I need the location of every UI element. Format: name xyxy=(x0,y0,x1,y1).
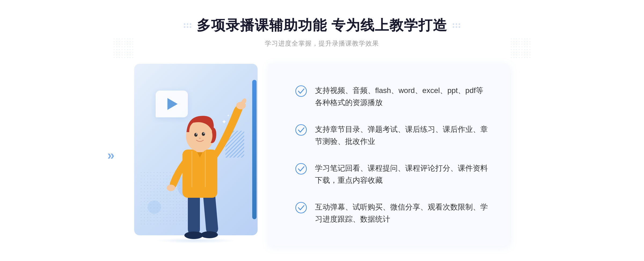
svg-point-13 xyxy=(203,133,204,134)
check-icon-4 xyxy=(295,202,307,214)
feature-item-1: 支持视频、音频、flash、word、excel、ppt、pdf等各种格式的资源… xyxy=(295,79,488,114)
feature-item-4: 互动弹幕、试听购买、微信分享、观看次数限制、学习进度跟踪、数据统计 xyxy=(295,196,488,231)
check-icon-2 xyxy=(295,124,307,136)
feature-text-4: 互动弹幕、试听购买、微信分享、观看次数限制、学习进度跟踪、数据统计 xyxy=(315,201,488,225)
svg-point-3 xyxy=(201,231,218,238)
svg-point-2 xyxy=(184,232,203,239)
svg-point-5 xyxy=(167,185,175,191)
svg-point-18 xyxy=(296,163,306,174)
person-illustration: ✦ ✦ xyxy=(145,85,258,246)
svg-point-12 xyxy=(196,133,197,135)
title-dots-left-icon xyxy=(184,23,191,28)
feature-text-1: 支持视频、音频、flash、word、excel、ppt、pdf等各种格式的资源… xyxy=(315,85,488,109)
main-title: 多项录播课辅助功能 专为线上教学打造 xyxy=(197,16,447,35)
feature-item-2: 支持章节目录、弹题考试、课后练习、课后作业、章节测验、批改作业 xyxy=(295,118,488,153)
feature-text-3: 学习笔记回看、课程提问、课程评论打分、课件资料下载，重点内容收藏 xyxy=(315,162,488,187)
content-area: » xyxy=(134,64,510,246)
blue-vertical-bar xyxy=(252,80,257,219)
svg-rect-0 xyxy=(188,192,200,235)
right-features-panel: 支持视频、音频、flash、word、excel、ppt、pdf等各种格式的资源… xyxy=(268,64,510,246)
svg-point-11 xyxy=(202,132,205,136)
header-section: 多项录播课辅助功能 专为线上教学打造 学习进度全掌握，提升录播课教学效果 xyxy=(184,16,460,48)
svg-point-19 xyxy=(296,202,306,213)
dots-decoration-left xyxy=(113,38,134,59)
left-chevron-icon: » xyxy=(107,148,115,162)
title-row: 多项录播课辅助功能 专为线上教学打造 xyxy=(184,16,460,35)
feature-text-2: 支持章节目录、弹题考试、课后练习、课后作业、章节测验、批改作业 xyxy=(315,124,488,148)
svg-text:✦: ✦ xyxy=(221,118,227,125)
feature-item-3: 学习笔记回看、课程提问、课程评论打分、课件资料下载，重点内容收藏 xyxy=(295,157,488,192)
svg-point-16 xyxy=(296,86,306,96)
svg-point-10 xyxy=(194,133,197,137)
dots-decoration-right xyxy=(510,38,531,59)
title-dots-right-icon xyxy=(453,23,460,28)
subtitle: 学习进度全掌握，提升录播课教学效果 xyxy=(265,39,379,48)
svg-text:✦: ✦ xyxy=(227,113,230,118)
check-icon-3 xyxy=(295,163,307,175)
page-container: 多项录播课辅助功能 专为线上教学打造 学习进度全掌握，提升录播课教学效果 » xyxy=(0,0,644,261)
left-image-section: ✦ ✦ xyxy=(134,64,274,246)
svg-point-17 xyxy=(296,125,306,135)
check-icon-1 xyxy=(295,85,307,97)
